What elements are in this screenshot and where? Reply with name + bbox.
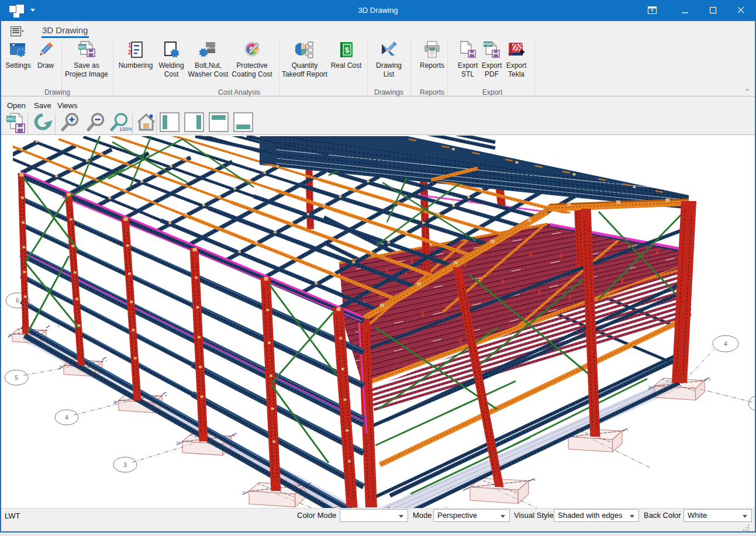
svg-text:100%: 100% xyxy=(119,126,133,132)
svg-text:4: 4 xyxy=(724,341,727,347)
svg-text:3: 3 xyxy=(123,462,127,468)
svg-text:5: 5 xyxy=(15,375,18,381)
svg-text:IMG: IMG xyxy=(7,116,15,122)
svg-text:IMG: IMG xyxy=(78,45,86,49)
svg-text:4: 4 xyxy=(65,414,68,421)
svg-text:PDF: PDF xyxy=(484,42,493,46)
svg-text:1·: 1· xyxy=(128,42,133,49)
svg-text:6: 6 xyxy=(16,298,19,304)
svg-text:$: $ xyxy=(345,46,350,54)
svg-text:2·: 2· xyxy=(128,49,133,56)
